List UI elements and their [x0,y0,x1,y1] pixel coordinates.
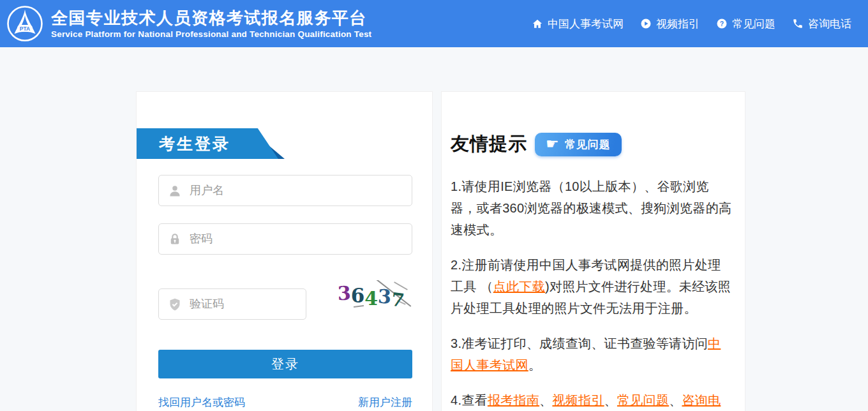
forgot-password-link[interactable]: 找回用户名或密码 [158,395,245,410]
svg-text:PTA: PTA [20,26,30,32]
login-banner-title: 考生登录 [137,128,278,159]
tip-item-4: 4.查看报考指南、视频指引、常见问题、咨询电话。 [451,389,733,411]
login-button[interactable]: 登录 [158,350,412,378]
main-card: 考生登录 [136,91,745,411]
tips-list: 1.请使用IE浏览器（10以上版本）、谷歌浏览器，或者360浏览器的极速模式、搜… [451,176,733,411]
captcha-digit: 4 [364,289,378,308]
captcha-input[interactable] [190,297,338,311]
tip-item-3: 3.准考证打印、成绩查询、证书查验等请访问中国人事考试网。 [451,333,733,376]
title-block: 全国专业技术人员资格考试报名服务平台 Service Platform for … [51,8,371,39]
nav-item-2[interactable]: 视频指引 [640,17,700,31]
captcha-digit: 7 [390,290,405,310]
captcha-digit: 3 [337,284,351,304]
svg-text:?: ? [720,20,724,27]
pta-logo-icon: PTA [6,5,43,42]
faq-button-label: 常见问题 [565,137,611,152]
home-icon [532,18,543,29]
login-banner: 考生登录 [137,128,290,159]
tip-link[interactable]: 报考指南 [488,393,539,407]
tip-link[interactable]: 中国人事考试网 [451,336,721,372]
nav-item-label: 视频指引 [656,17,700,31]
nav-item-label: 中国人事考试网 [548,17,624,31]
tips-header: 友情提示 ☛ 常见问题 [451,131,733,157]
captcha-digit: 3 [378,287,392,307]
register-link[interactable]: 新用户注册 [358,395,412,410]
tip-link[interactable]: 视频指引 [552,393,604,407]
nav-item-label: 常见问题 [732,17,775,31]
nav-item-1[interactable]: 中国人事考试网 [532,17,624,31]
tips-panel: 友情提示 ☛ 常见问题 1.请使用IE浏览器（10以上版本）、谷歌浏览器，或者3… [441,91,745,411]
captcha-field[interactable] [158,288,306,320]
pointing-hand-icon: ☛ [546,137,560,151]
tip-link[interactable]: 点此下载 [493,280,545,294]
faq-button[interactable]: ☛ 常见问题 [535,133,622,156]
captcha-row: 36437 [158,273,412,320]
login-form: 36437 登录 找回用户名或密码 新用户注册 其他登录方式 [137,175,432,411]
page-subtitle: Service Platform for National Profession… [51,29,371,39]
nav-item-3[interactable]: ?常见问题 [716,17,775,31]
password-field[interactable] [158,223,412,255]
captcha-digit: 6 [351,286,365,306]
tip-link[interactable]: 常见问题 [617,393,669,407]
lock-icon [168,232,182,246]
tip-item-1: 1.请使用IE浏览器（10以上版本）、谷歌浏览器，或者360浏览器的极速模式、搜… [451,176,733,241]
phone-icon [792,18,804,29]
captcha-image[interactable]: 36437 [329,280,412,312]
password-input[interactable] [190,232,403,246]
tips-title: 友情提示 [451,131,527,157]
header-nav: 中国人事考试网视频指引?常见问题咨询电话 [532,17,851,31]
play-circle-icon [640,18,652,29]
page-title: 全国专业技术人员资格考试报名服务平台 [51,8,371,27]
question-circle-icon: ? [716,18,728,29]
links-row: 找回用户名或密码 新用户注册 [158,395,412,410]
app-header: PTA 全国专业技术人员资格考试报名服务平台 Service Platform … [0,0,868,47]
nav-item-label: 咨询电话 [808,17,851,31]
username-field[interactable] [158,175,412,206]
username-input[interactable] [190,184,403,197]
nav-item-4[interactable]: 咨询电话 [792,17,851,31]
user-icon [168,184,182,198]
tip-item-2: 2.注册前请使用中国人事考试网提供的照片处理工具 （点此下载)对照片文件进行处理… [451,254,733,319]
login-panel: 考生登录 [136,91,433,411]
shield-check-icon [168,297,182,311]
